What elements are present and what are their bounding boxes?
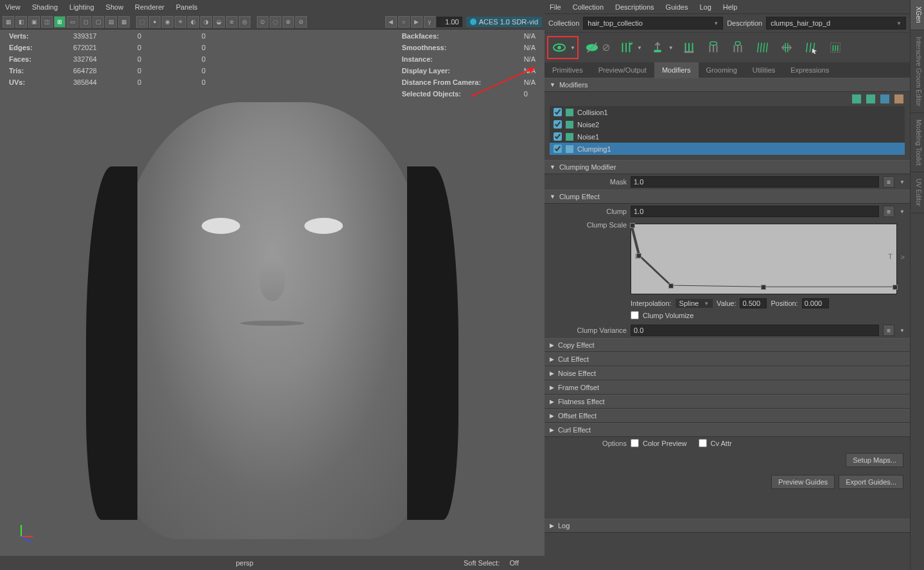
add-modifier-icon[interactable] [852,94,861,103]
multisample-icon[interactable]: ※ [226,16,238,28]
film-gate-icon[interactable]: ▭ [67,16,78,28]
image-plane-icon[interactable]: ▣ [28,16,40,28]
colorspace-tag[interactable]: ACES 1.0 SDR-vid [466,17,542,27]
clump-volumize-checkbox[interactable] [631,311,639,319]
xg-menu-collection[interactable]: Collection [573,3,604,11]
select-guide-icon[interactable] [802,39,820,57]
modifier-item-noise2[interactable]: Noise2 [550,118,905,130]
xg-menu-help[interactable]: Help [723,3,738,11]
modifier-item-collision1[interactable]: Collision1 [550,106,905,118]
comb-icon[interactable] [753,39,771,57]
modifier-checkbox[interactable] [554,120,562,129]
modifier-item-noise1[interactable]: Noise1 [550,130,905,143]
vp-menu-shading[interactable]: Shading [32,3,58,11]
offset-effect-header[interactable]: ▶Offset Effect [545,409,910,423]
vp-menu-lighting[interactable]: Lighting [69,3,94,11]
curve-point[interactable] [893,285,898,290]
vp-menu-show[interactable]: Show [106,3,124,11]
delete-modifier-icon[interactable] [880,94,889,103]
modifier-checkbox[interactable] [554,132,562,141]
variance-expr-icon[interactable]: ≡ [883,325,894,336]
move-guide-icon[interactable] [649,39,667,57]
visibility-guide-icon[interactable] [704,39,722,57]
exposure-down-icon[interactable]: ◀ [385,16,397,28]
curve-value-input[interactable] [740,298,767,308]
cv-attr-checkbox[interactable] [699,439,707,447]
gamma-icon[interactable]: γ [424,16,435,28]
collection-dropdown[interactable]: hair_top_collectio▼ [583,17,723,30]
add-guide-icon[interactable]: + [617,39,635,57]
tab-preview-output[interactable]: Preview/Output [591,62,654,78]
curve-point[interactable] [636,253,641,258]
motion-blur-icon[interactable]: ◒ [213,16,225,28]
preview-dropdown-arrow[interactable]: ▼ [570,45,575,51]
variance-menu-arrow[interactable]: ▼ [900,328,905,334]
exposure-icon[interactable]: ☼ [398,16,410,28]
field-chart-icon[interactable]: ▤ [105,16,117,28]
mask-expr-icon[interactable]: ≡ [883,176,894,188]
tab-grooming[interactable]: Grooming [699,62,745,78]
curve-position-input[interactable] [802,298,829,308]
select-camera-icon[interactable]: ▦ [3,16,14,28]
clump-effect-header[interactable]: ▼Clump Effect [545,190,910,204]
exposure-value[interactable]: 1.00 [437,17,462,27]
xg-menu-log[interactable]: Log [699,3,711,11]
smooth-shade-icon[interactable]: ● [149,16,161,28]
clump-expr-icon[interactable]: ≡ [883,206,894,217]
use-lights-icon[interactable]: ☀ [175,16,186,28]
xray-active-icon[interactable]: ⊘ [295,16,307,28]
shadows-icon[interactable]: ◐ [187,16,199,28]
tab-utilities[interactable]: Utilities [745,62,783,78]
copy-effect-header[interactable]: ▶Copy Effect [545,338,910,352]
lock-guide-icon[interactable] [729,39,747,57]
color-preview-checkbox[interactable] [631,439,639,447]
tab-expressions[interactable]: Expressions [783,62,837,78]
modifier-checkbox[interactable] [554,108,562,116]
interpolation-dropdown[interactable]: Spline▼ [676,299,713,308]
xray-joints-icon[interactable]: ⊗ [283,16,294,28]
curve-expand-icon[interactable]: > [901,253,905,261]
xg-menu-guides[interactable]: Guides [666,3,688,11]
xray-icon[interactable]: ◌ [270,16,281,28]
export-guides-button[interactable]: Export Guides... [839,475,903,489]
curve-point[interactable] [630,223,635,228]
vtab-xgen[interactable]: XGen [911,0,924,30]
dof-icon[interactable]: ◎ [239,16,250,28]
add-guide-arrow[interactable]: ▼ [637,45,642,51]
clump-menu-arrow[interactable]: ▼ [900,209,905,215]
vtab-modeling-toolkit[interactable]: Modeling Toolkit [911,113,924,173]
wireframe-icon[interactable]: ⬚ [136,16,148,28]
hide-disabled-icon[interactable] [602,39,611,57]
tab-modifiers[interactable]: Modifiers [654,62,699,78]
log-section-header[interactable]: ▶Log [545,519,910,533]
resolution-gate-icon[interactable]: ◻ [80,16,91,28]
ao-icon[interactable]: ◑ [200,16,212,28]
preview-guides-button[interactable]: Preview Guides [771,475,835,489]
isolate-icon[interactable]: ⊙ [257,16,268,28]
clump-scale-curve[interactable]: RT [631,224,897,294]
exposure-up-icon[interactable]: ▶ [411,16,423,28]
view-axis-gizmo[interactable] [10,524,33,548]
vp-menu-view[interactable]: View [5,3,21,11]
bookmark-icon[interactable]: ◧ [15,16,27,28]
gate-mask-icon[interactable]: ▢ [92,16,104,28]
move-guide-arrow[interactable]: ▼ [668,45,674,51]
duplicate-modifier-icon[interactable] [866,94,875,103]
modifiers-section-header[interactable]: ▼Modifiers [545,78,910,92]
xg-menu-file[interactable]: File [550,3,561,11]
clump-variance-input[interactable] [631,325,879,336]
curve-point[interactable] [761,285,766,290]
preview-eye-icon[interactable] [550,39,568,57]
vtab-uv-editor[interactable]: UV Editor [911,172,924,213]
width-icon[interactable] [778,39,796,57]
safe-action-icon[interactable]: ▦ [118,16,130,28]
modifier-item-clumping1[interactable]: Clumping1 [550,143,905,155]
description-dropdown[interactable]: clumps_hair_top_d▼ [766,17,906,30]
cut-effect-header[interactable]: ▶Cut Effect [545,352,910,366]
grid-icon[interactable]: ⊞ [54,16,65,28]
clump-input[interactable] [631,206,879,217]
hide-icon[interactable] [583,39,601,57]
mask-input[interactable] [631,176,879,188]
viewport-3d-content[interactable] [0,39,545,551]
sculpt-guide-icon[interactable] [680,39,698,57]
